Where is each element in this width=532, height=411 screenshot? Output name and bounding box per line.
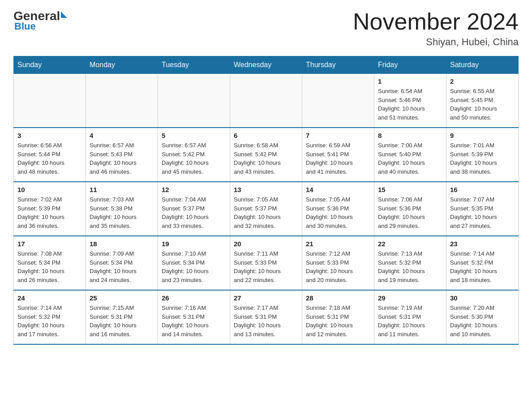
day-number: 28 (306, 294, 370, 302)
day-number: 21 (306, 240, 370, 248)
day-number: 22 (378, 240, 442, 248)
day-number: 24 (17, 294, 82, 302)
day-number: 1 (378, 77, 442, 85)
calendar-cell (302, 74, 374, 128)
day-number: 4 (90, 132, 154, 139)
day-number: 23 (450, 240, 515, 248)
day-info: Sunrise: 7:08 AM Sunset: 5:34 PM Dayligh… (17, 249, 82, 284)
day-info: Sunrise: 6:54 AM Sunset: 5:46 PM Dayligh… (378, 87, 442, 122)
day-number: 10 (17, 186, 82, 193)
week-row-5: 24Sunrise: 7:14 AM Sunset: 5:32 PM Dayli… (14, 290, 519, 344)
title-area: November 2024 Shiyan, Hubei, China (353, 9, 519, 48)
header: General Blue November 2024 Shiyan, Hubei… (13, 9, 519, 48)
day-number: 7 (306, 132, 370, 139)
calendar-table: SundayMondayTuesdayWednesdayThursdayFrid… (13, 56, 519, 345)
day-info: Sunrise: 7:02 AM Sunset: 5:39 PM Dayligh… (17, 195, 82, 230)
calendar-cell: 1Sunrise: 6:54 AM Sunset: 5:46 PM Daylig… (374, 74, 446, 128)
day-number: 29 (378, 294, 442, 302)
day-info: Sunrise: 7:05 AM Sunset: 5:36 PM Dayligh… (306, 195, 370, 230)
header-day-saturday: Saturday (446, 56, 519, 74)
header-day-sunday: Sunday (14, 56, 86, 74)
calendar-cell: 13Sunrise: 7:05 AM Sunset: 5:37 PM Dayli… (230, 182, 302, 236)
day-number: 17 (17, 240, 82, 248)
day-number: 26 (162, 294, 226, 302)
day-number: 16 (450, 186, 515, 193)
header-day-monday: Monday (86, 56, 158, 74)
calendar-cell: 30Sunrise: 7:20 AM Sunset: 5:30 PM Dayli… (446, 290, 519, 344)
header-row: SundayMondayTuesdayWednesdayThursdayFrid… (14, 56, 519, 74)
day-info: Sunrise: 6:55 AM Sunset: 5:45 PM Dayligh… (450, 87, 515, 122)
calendar-cell: 23Sunrise: 7:14 AM Sunset: 5:32 PM Dayli… (446, 236, 519, 290)
day-info: Sunrise: 7:04 AM Sunset: 5:37 PM Dayligh… (162, 195, 226, 230)
day-number: 8 (378, 132, 442, 139)
calendar-cell: 16Sunrise: 7:07 AM Sunset: 5:35 PM Dayli… (446, 182, 519, 236)
calendar-cell: 10Sunrise: 7:02 AM Sunset: 5:39 PM Dayli… (14, 182, 86, 236)
day-number: 27 (234, 294, 298, 302)
day-info: Sunrise: 6:57 AM Sunset: 5:43 PM Dayligh… (90, 141, 154, 176)
calendar-cell: 17Sunrise: 7:08 AM Sunset: 5:34 PM Dayli… (14, 236, 86, 290)
day-info: Sunrise: 7:11 AM Sunset: 5:33 PM Dayligh… (234, 249, 298, 284)
day-number: 13 (234, 186, 298, 193)
day-info: Sunrise: 7:01 AM Sunset: 5:39 PM Dayligh… (450, 141, 515, 176)
day-number: 11 (90, 186, 154, 193)
day-number: 5 (162, 132, 226, 139)
calendar-cell: 28Sunrise: 7:18 AM Sunset: 5:31 PM Dayli… (302, 290, 374, 344)
day-info: Sunrise: 7:13 AM Sunset: 5:32 PM Dayligh… (378, 249, 442, 284)
day-info: Sunrise: 6:57 AM Sunset: 5:42 PM Dayligh… (162, 141, 226, 176)
calendar-cell: 11Sunrise: 7:03 AM Sunset: 5:38 PM Dayli… (86, 182, 158, 236)
calendar-cell: 29Sunrise: 7:19 AM Sunset: 5:31 PM Dayli… (374, 290, 446, 344)
day-number: 20 (234, 240, 298, 248)
calendar-cell (86, 74, 158, 128)
subtitle: Shiyan, Hubei, China (353, 36, 519, 48)
calendar-cell: 24Sunrise: 7:14 AM Sunset: 5:32 PM Dayli… (14, 290, 86, 344)
day-number: 15 (378, 186, 442, 193)
day-info: Sunrise: 7:05 AM Sunset: 5:37 PM Dayligh… (234, 195, 298, 230)
day-info: Sunrise: 6:56 AM Sunset: 5:44 PM Dayligh… (17, 141, 82, 176)
calendar-cell (230, 74, 302, 128)
week-row-3: 10Sunrise: 7:02 AM Sunset: 5:39 PM Dayli… (14, 182, 519, 236)
day-number: 12 (162, 186, 226, 193)
week-row-2: 3Sunrise: 6:56 AM Sunset: 5:44 PM Daylig… (14, 128, 519, 182)
calendar-cell: 2Sunrise: 6:55 AM Sunset: 5:45 PM Daylig… (446, 74, 519, 128)
day-info: Sunrise: 7:16 AM Sunset: 5:31 PM Dayligh… (162, 304, 226, 338)
day-info: Sunrise: 7:06 AM Sunset: 5:36 PM Dayligh… (378, 195, 442, 230)
calendar-body: 1Sunrise: 6:54 AM Sunset: 5:46 PM Daylig… (14, 74, 519, 345)
calendar-cell: 7Sunrise: 6:59 AM Sunset: 5:41 PM Daylig… (302, 128, 374, 182)
calendar-cell: 21Sunrise: 7:12 AM Sunset: 5:33 PM Dayli… (302, 236, 374, 290)
day-number: 14 (306, 186, 370, 193)
calendar-cell: 6Sunrise: 6:58 AM Sunset: 5:42 PM Daylig… (230, 128, 302, 182)
day-number: 30 (450, 294, 515, 302)
calendar-cell: 4Sunrise: 6:57 AM Sunset: 5:43 PM Daylig… (86, 128, 158, 182)
day-info: Sunrise: 7:15 AM Sunset: 5:31 PM Dayligh… (90, 304, 154, 338)
day-number: 25 (90, 294, 154, 302)
day-info: Sunrise: 6:58 AM Sunset: 5:42 PM Dayligh… (234, 141, 298, 176)
calendar-header: SundayMondayTuesdayWednesdayThursdayFrid… (14, 56, 519, 74)
day-info: Sunrise: 7:17 AM Sunset: 5:31 PM Dayligh… (234, 304, 298, 338)
main-title: November 2024 (353, 9, 519, 34)
day-info: Sunrise: 7:14 AM Sunset: 5:32 PM Dayligh… (17, 304, 82, 338)
day-info: Sunrise: 7:14 AM Sunset: 5:32 PM Dayligh… (450, 249, 515, 284)
week-row-1: 1Sunrise: 6:54 AM Sunset: 5:46 PM Daylig… (14, 74, 519, 128)
day-info: Sunrise: 7:18 AM Sunset: 5:31 PM Dayligh… (306, 304, 370, 338)
logo-blue-text: Blue (14, 21, 36, 32)
header-day-friday: Friday (374, 56, 446, 74)
calendar-cell: 9Sunrise: 7:01 AM Sunset: 5:39 PM Daylig… (446, 128, 519, 182)
calendar-cell: 15Sunrise: 7:06 AM Sunset: 5:36 PM Dayli… (374, 182, 446, 236)
day-info: Sunrise: 6:59 AM Sunset: 5:41 PM Dayligh… (306, 141, 370, 176)
day-info: Sunrise: 7:12 AM Sunset: 5:33 PM Dayligh… (306, 249, 370, 284)
logo-triangle-icon (61, 12, 67, 18)
day-info: Sunrise: 7:09 AM Sunset: 5:34 PM Dayligh… (90, 249, 154, 284)
day-number: 6 (234, 132, 298, 139)
calendar-cell (158, 74, 230, 128)
day-info: Sunrise: 7:00 AM Sunset: 5:40 PM Dayligh… (378, 141, 442, 176)
calendar-cell: 12Sunrise: 7:04 AM Sunset: 5:37 PM Dayli… (158, 182, 230, 236)
calendar-cell: 18Sunrise: 7:09 AM Sunset: 5:34 PM Dayli… (86, 236, 158, 290)
calendar-cell: 20Sunrise: 7:11 AM Sunset: 5:33 PM Dayli… (230, 236, 302, 290)
week-row-4: 17Sunrise: 7:08 AM Sunset: 5:34 PM Dayli… (14, 236, 519, 290)
day-info: Sunrise: 7:19 AM Sunset: 5:31 PM Dayligh… (378, 304, 442, 338)
calendar-cell: 26Sunrise: 7:16 AM Sunset: 5:31 PM Dayli… (158, 290, 230, 344)
day-number: 9 (450, 132, 515, 139)
day-number: 3 (17, 132, 82, 139)
header-day-thursday: Thursday (302, 56, 374, 74)
day-info: Sunrise: 7:07 AM Sunset: 5:35 PM Dayligh… (450, 195, 515, 230)
